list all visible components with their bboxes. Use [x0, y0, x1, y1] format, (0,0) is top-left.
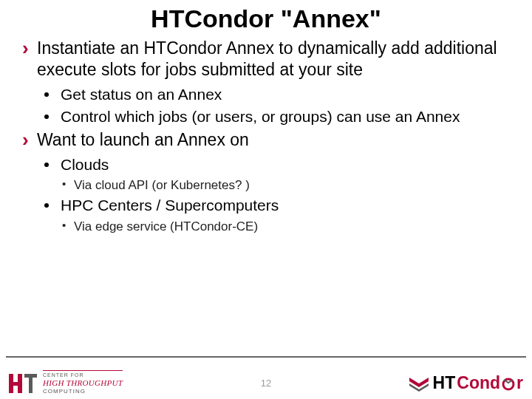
bullet-l2: Control which jobs (or users, or groups)…: [44, 107, 511, 126]
footer: 12 CENTER FOR HIGH THROUGHPUT COMPUTING …: [0, 356, 532, 399]
chtc-logo: CENTER FOR HIGH THROUGHPUT COMPUTING: [9, 370, 123, 395]
bullet-text: Instantiate an HTCondor Annex to dynamic…: [37, 38, 497, 79]
dot-icon: [44, 163, 49, 167]
dot-icon: [44, 92, 49, 97]
dot-icon: [44, 203, 49, 208]
logo-r: r: [516, 373, 523, 393]
bullet-text: Via edge service (HTCondor-CE): [74, 219, 258, 233]
bullet-text: Get status on an Annex: [61, 86, 222, 103]
bullet-l2: Get status on an Annex: [44, 85, 511, 104]
bullet-l2: Clouds: [44, 155, 511, 174]
logo-ht: HT: [433, 373, 456, 393]
bullet-l1: Want to launch an Annex on: [21, 129, 511, 151]
bullet-text: Clouds: [61, 156, 109, 173]
logo-line2: HIGH THROUGHPUT: [43, 378, 123, 388]
bullet-text: Via cloud API (or Kubernetes? ): [74, 178, 250, 192]
condor-o-icon: [502, 376, 515, 391]
footer-divider: [6, 356, 526, 358]
ht-mark-icon: [9, 371, 37, 395]
dot-icon: [44, 115, 49, 119]
slide-content: Instantiate an HTCondor Annex to dynamic…: [0, 38, 532, 234]
logo-cond: Cond: [457, 373, 500, 393]
htcondor-logo: HTCondr: [408, 373, 523, 393]
bullet-l2: HPC Centers / Supercomputers: [44, 196, 511, 215]
slide: HTCondor "Annex" Instantiate an HTCondor…: [0, 0, 532, 399]
bullet-text: Control which jobs (or users, or groups)…: [61, 108, 460, 125]
bullet-text: Want to launch an Annex on: [37, 130, 249, 149]
slide-title: HTCondor "Annex": [0, 0, 532, 38]
bullet-l3: Via cloud API (or Kubernetes? ): [62, 177, 511, 193]
chevron-icon: [408, 375, 430, 392]
bullet-text: HPC Centers / Supercomputers: [61, 197, 279, 214]
chtc-logo-text: CENTER FOR HIGH THROUGHPUT COMPUTING: [43, 370, 123, 395]
bullet-l3: Via edge service (HTCondor-CE): [62, 219, 511, 234]
logo-line1: CENTER FOR: [43, 372, 123, 378]
bullet-l1: Instantiate an HTCondor Annex to dynamic…: [21, 38, 511, 81]
logo-line3: COMPUTING: [43, 388, 123, 395]
